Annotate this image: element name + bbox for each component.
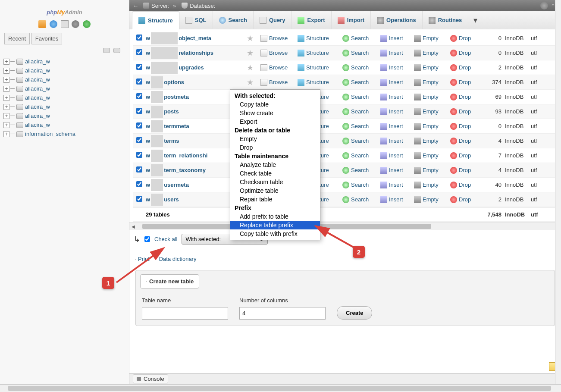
- expand-icon[interactable]: +: [3, 86, 9, 92]
- tree-db-item[interactable]: +allacira_w: [3, 84, 126, 93]
- empty-action[interactable]: Empty: [411, 108, 447, 115]
- favorites-button[interactable]: Favorites: [31, 33, 62, 44]
- row-checkbox[interactable]: [136, 78, 142, 85]
- cm-drop[interactable]: Drop: [230, 143, 320, 152]
- expand-icon[interactable]: +: [3, 122, 9, 128]
- sql-icon[interactable]: [61, 20, 69, 28]
- drop-action[interactable]: Drop: [447, 64, 481, 71]
- insert-action[interactable]: Insert: [377, 50, 411, 56]
- row-checkbox[interactable]: [136, 122, 142, 129]
- expand-icon[interactable]: +: [3, 131, 9, 137]
- insert-action[interactable]: Insert: [377, 167, 411, 174]
- table-name[interactable]: wterms: [146, 135, 243, 147]
- insert-action[interactable]: Insert: [377, 196, 411, 203]
- table-name[interactable]: wusers: [146, 194, 243, 206]
- row-checkbox[interactable]: [136, 196, 142, 202]
- tab-structure[interactable]: Structure: [132, 11, 179, 29]
- horizontal-scrollbar[interactable]: ◄ ►: [129, 223, 561, 230]
- print-link[interactable]: Print: [135, 256, 150, 262]
- gear-icon[interactable]: [540, 2, 548, 9]
- cm-copy-prefix[interactable]: Copy table with prefix: [230, 229, 320, 238]
- insert-action[interactable]: Insert: [377, 79, 411, 86]
- table-name[interactable]: wpostmeta: [146, 91, 243, 103]
- drop-action[interactable]: Drop: [447, 182, 481, 188]
- tree-db-item[interactable]: +information_schema: [3, 129, 126, 138]
- drop-action[interactable]: Drop: [447, 35, 481, 42]
- table-name[interactable]: wtermmeta: [146, 120, 243, 132]
- insert-action[interactable]: Insert: [377, 152, 411, 159]
- expand-icon[interactable]: +: [3, 113, 9, 119]
- tree-db-item[interactable]: +allacira_w: [3, 120, 126, 129]
- cm-check[interactable]: Check table: [230, 169, 320, 178]
- create-button[interactable]: Create: [337, 306, 372, 320]
- expand-icon[interactable]: +: [3, 77, 9, 83]
- structure-action[interactable]: Structure: [295, 79, 339, 86]
- row-checkbox[interactable]: [136, 166, 142, 172]
- empty-action[interactable]: Empty: [411, 94, 447, 100]
- table-name[interactable]: wposts: [146, 106, 243, 118]
- table-name[interactable]: wterm_relationshi: [146, 150, 243, 162]
- row-checkbox[interactable]: [136, 64, 142, 70]
- insert-action[interactable]: Insert: [377, 94, 411, 100]
- empty-action[interactable]: Empty: [411, 152, 447, 159]
- drop-action[interactable]: Drop: [447, 123, 481, 130]
- drop-action[interactable]: Drop: [447, 196, 481, 203]
- tree-db-item[interactable]: +allacira_w: [3, 102, 126, 111]
- table-name[interactable]: woptions: [146, 76, 243, 88]
- tab-sql[interactable]: SQL: [179, 11, 213, 29]
- row-checkbox[interactable]: [136, 34, 142, 41]
- empty-action[interactable]: Empty: [411, 35, 447, 42]
- search-action[interactable]: Search: [339, 123, 377, 130]
- favorite-star-icon[interactable]: ★: [243, 78, 257, 87]
- tab-routines[interactable]: Routines: [423, 11, 469, 29]
- drop-action[interactable]: Drop: [447, 94, 481, 100]
- empty-action[interactable]: Empty: [411, 50, 447, 56]
- tab-import[interactable]: Import: [332, 11, 371, 29]
- settings-icon[interactable]: [72, 20, 79, 28]
- database-label[interactable]: Database:: [190, 3, 215, 9]
- cm-replace-prefix[interactable]: Replace table prefix: [230, 221, 320, 229]
- vertical-scrollbar[interactable]: [555, 0, 561, 384]
- cm-show-create[interactable]: Show create: [230, 109, 320, 117]
- search-action[interactable]: Search: [339, 50, 377, 56]
- console-button[interactable]: Console: [133, 374, 168, 383]
- structure-action[interactable]: Structure: [295, 35, 339, 42]
- tree-db-item[interactable]: +allacira_w: [3, 111, 126, 120]
- empty-action[interactable]: Empty: [411, 182, 447, 188]
- search-action[interactable]: Search: [339, 79, 377, 86]
- search-action[interactable]: Search: [339, 64, 377, 71]
- favorite-star-icon[interactable]: ★: [243, 34, 257, 43]
- search-action[interactable]: Search: [339, 94, 377, 100]
- empty-action[interactable]: Empty: [411, 79, 447, 86]
- search-action[interactable]: Search: [339, 167, 377, 174]
- structure-action[interactable]: Structure: [295, 64, 339, 71]
- expand-icon[interactable]: +: [3, 68, 9, 74]
- empty-action[interactable]: Empty: [411, 167, 447, 174]
- collapse-icon[interactable]: [103, 48, 110, 53]
- cm-empty[interactable]: Empty: [230, 135, 320, 143]
- data-dictionary-link[interactable]: Data dictionary: [157, 256, 197, 262]
- help-icon[interactable]: [50, 20, 57, 28]
- insert-action[interactable]: Insert: [377, 35, 411, 42]
- insert-action[interactable]: Insert: [377, 123, 411, 130]
- row-checkbox[interactable]: [136, 108, 142, 114]
- cm-add-prefix[interactable]: Add prefix to table: [230, 212, 320, 221]
- tree-db-item[interactable]: +allacira_w: [3, 75, 126, 84]
- search-action[interactable]: Search: [339, 108, 377, 115]
- expand-icon[interactable]: +: [3, 95, 9, 101]
- search-action[interactable]: Search: [339, 35, 377, 42]
- insert-action[interactable]: Insert: [377, 64, 411, 71]
- table-name[interactable]: wterm_taxonomy: [146, 164, 243, 176]
- row-checkbox[interactable]: [136, 152, 142, 158]
- tab-search[interactable]: Search: [213, 11, 254, 29]
- checkall-label[interactable]: Check all: [154, 236, 177, 242]
- columns-input[interactable]: [239, 307, 326, 320]
- refresh-icon[interactable]: [83, 20, 91, 28]
- checkall-checkbox[interactable]: [144, 236, 150, 242]
- drop-action[interactable]: Drop: [447, 138, 481, 144]
- row-checkbox[interactable]: [136, 49, 142, 55]
- drop-action[interactable]: Drop: [447, 167, 481, 174]
- browse-action[interactable]: Browse: [257, 64, 295, 71]
- tree-db-item[interactable]: +allacira_w: [3, 66, 126, 75]
- row-checkbox[interactable]: [136, 93, 142, 99]
